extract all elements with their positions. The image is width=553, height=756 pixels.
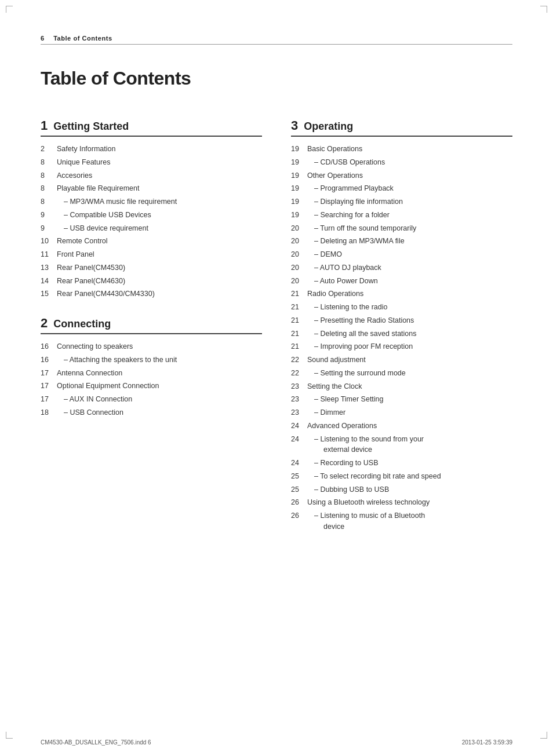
footer-date: 2013-01-25 3:59:39 (462, 739, 512, 746)
toc-entry-sub: 23– Dimmer (291, 407, 512, 418)
toc-entry-sub: 24– Recording to USB (291, 458, 512, 469)
section-2-entries: 16Connecting to speakers 16– Attaching t… (41, 341, 262, 418)
toc-entry: 11Front Panel (41, 249, 262, 260)
toc-entry: 13Rear Panel(CM4530) (41, 262, 262, 273)
toc-entry: 26Using a Bluetooth wireless technology (291, 497, 512, 508)
corner-mark-br (540, 732, 547, 739)
toc-entry-sub: 19– Programmed Playback (291, 183, 512, 194)
footer-filename: CM4530-AB_DUSALLK_ENG_7506.indd 6 (41, 739, 151, 746)
toc-entry-sub: 20– DEMO (291, 249, 512, 260)
toc-entry-sub: 22– Setting the surround mode (291, 368, 512, 379)
page-header: 6 Table of Contents (41, 35, 512, 45)
corner-mark-bl (6, 732, 13, 739)
toc-entry-sub: 20– Turn off the sound temporarily (291, 223, 512, 234)
toc-entry-sub: 16– Attaching the speakers to the unit (41, 355, 262, 366)
toc-entry-sub: 9– Compatible USB Devices (41, 210, 262, 221)
toc-entry: 8Playable file Requirement (41, 183, 262, 194)
toc-entry-sub: 19– Searching for a folder (291, 210, 512, 221)
section-3: 3 Operating 19Basic Operations 19– CD/US… (291, 118, 512, 532)
section-1-entries: 2Safety Information 8Unique Features 8Ac… (41, 144, 262, 300)
toc-entry-sub: 19– CD/USB Operations (291, 157, 512, 168)
toc-entry: 8Unique Features (41, 157, 262, 168)
page-content: 6 Table of Contents Table of Contents 1 … (0, 0, 553, 583)
col-left: 1 Getting Started 2Safety Information 8U… (41, 118, 262, 549)
toc-entry: 21Radio Operations (291, 288, 512, 300)
toc-entry: 23Setting the Clock (291, 381, 512, 392)
section-1-header: 1 Getting Started (41, 118, 262, 137)
section-2-num: 2 (41, 316, 48, 331)
toc-entry-sub: 19– Displaying file information (291, 196, 512, 207)
toc-entry: 15Rear Panel(CM4430/CM4330) (41, 288, 262, 300)
section-3-entries: 19Basic Operations 19– CD/USB Operations… (291, 144, 512, 532)
toc-entry-sub: 20– Deleting an MP3/WMA file (291, 236, 512, 247)
main-title: Table of Contents (41, 68, 512, 89)
section-2-title: Connecting (53, 318, 111, 330)
header-title: Table of Contents (53, 35, 112, 42)
toc-entry: 19Other Operations (291, 170, 512, 181)
toc-entry-sub: 25– To select recording bit rate and spe… (291, 471, 512, 482)
section-1: 1 Getting Started 2Safety Information 8U… (41, 118, 262, 300)
section-2-header: 2 Connecting (41, 316, 262, 334)
section-1-title: Getting Started (53, 120, 129, 133)
toc-entry: 14Rear Panel(CM4630) (41, 276, 262, 287)
toc-entry-sub: 23– Sleep Timer Setting (291, 394, 512, 405)
toc-entry-sub: 8– MP3/WMA music file requirement (41, 196, 262, 207)
header-page-num: 6 (41, 35, 44, 42)
toc-entry-sub: 21– Deleting all the saved stations (291, 328, 512, 339)
toc-entry: 24Advanced Operations (291, 421, 512, 432)
section-2: 2 Connecting 16Connecting to speakers 16… (41, 316, 262, 418)
toc-entry-sub: 20– Auto Power Down (291, 276, 512, 287)
toc-entry-sub: 21– Listening to the radio (291, 302, 512, 313)
toc-entry: 10Remote Control (41, 236, 262, 247)
section-3-num: 3 (291, 118, 298, 133)
toc-entry: 19Basic Operations (291, 144, 512, 155)
toc-entry: 2Safety Information (41, 144, 262, 155)
toc-entry-sub: 21– Improving poor FM reception (291, 341, 512, 352)
toc-entry: 17Antenna Connection (41, 368, 262, 379)
section-3-header: 3 Operating (291, 118, 512, 137)
toc-columns: 1 Getting Started 2Safety Information 8U… (41, 118, 512, 549)
toc-entry-sub: 24 – Listening to the sound from yourext… (291, 434, 512, 456)
toc-entry-sub: 25– Dubbing USB to USB (291, 484, 512, 495)
toc-entry-sub: 26 – Listening to music of a Bluetoothde… (291, 510, 512, 532)
toc-entry: 16Connecting to speakers (41, 341, 262, 352)
toc-entry-sub: 9– USB device requirement (41, 223, 262, 234)
toc-entry-sub: 17– AUX IN Connection (41, 394, 262, 405)
page: 6 Table of Contents Table of Contents 1 … (0, 0, 553, 756)
col-right: 3 Operating 19Basic Operations 19– CD/US… (291, 118, 512, 549)
section-3-title: Operating (304, 120, 353, 133)
toc-entry-sub: 20– AUTO DJ playback (291, 262, 512, 273)
toc-entry: 8Accesories (41, 170, 262, 181)
toc-entry-sub: 18– USB Connection (41, 407, 262, 418)
toc-entry: 22Sound adjustment (291, 355, 512, 366)
section-1-num: 1 (41, 118, 48, 133)
toc-entry: 17Optional Equipment Connection (41, 381, 262, 392)
toc-entry-sub: 21– Presetting the Radio Stations (291, 315, 512, 326)
page-footer: CM4530-AB_DUSALLK_ENG_7506.indd 6 2013-0… (0, 739, 553, 746)
